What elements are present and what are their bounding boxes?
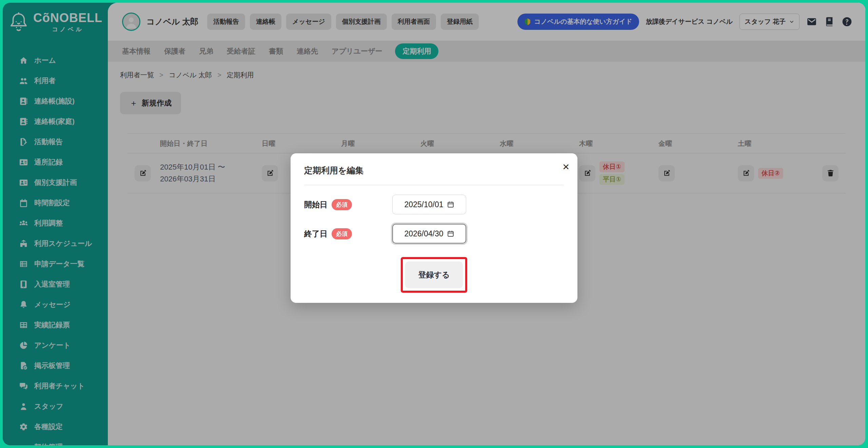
- submit-button[interactable]: 登録する: [405, 261, 462, 288]
- start-date-field-row: 開始日必須2025/10/01: [304, 195, 564, 214]
- modal-fields: 開始日必須2025/10/01終了日必須2026/04/30: [304, 195, 564, 244]
- start-date-value: 2025/10/01: [404, 200, 443, 209]
- modal-divider: [304, 185, 564, 185]
- annotation-highlight-box: 登録する: [401, 257, 467, 293]
- edit-recurring-use-modal: 定期利用を編集 × 開始日必須2025/10/01終了日必須2026/04/30…: [291, 153, 577, 303]
- modal-title: 定期利用を編集: [304, 165, 564, 176]
- end-date-field-row: 終了日必須2026/04/30: [304, 224, 564, 244]
- required-badge: 必須: [332, 228, 352, 239]
- required-badge: 必須: [332, 199, 352, 210]
- calendar-icon[interactable]: [447, 230, 454, 237]
- calendar-icon[interactable]: [447, 201, 454, 208]
- close-icon[interactable]: ×: [563, 161, 569, 172]
- start-date-label: 開始日: [304, 199, 328, 210]
- end-date-label: 終了日: [304, 229, 328, 239]
- app-window: CõNOBELL コノベル ホーム利用者連絡帳(施設)連絡帳(家庭)活動報告通所…: [3, 3, 865, 445]
- end-date-input[interactable]: 2026/04/30: [392, 224, 466, 244]
- end-date-value: 2026/04/30: [404, 229, 443, 238]
- start-date-input[interactable]: 2025/10/01: [392, 195, 466, 214]
